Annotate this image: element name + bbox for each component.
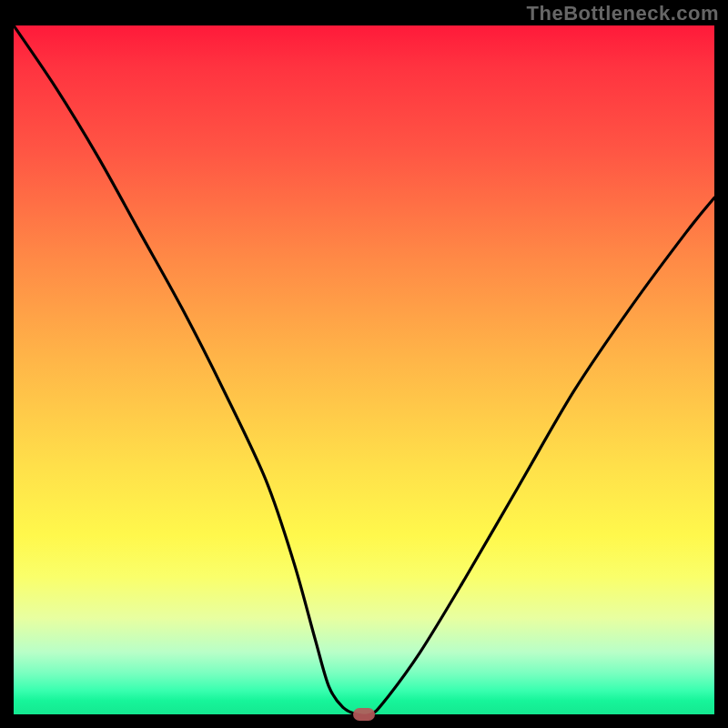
watermark-text: TheBottleneck.com xyxy=(527,2,719,25)
plot-area xyxy=(14,25,714,714)
optimal-point-marker xyxy=(353,708,375,721)
chart-container: TheBottleneck.com xyxy=(0,0,728,728)
bottleneck-curve xyxy=(14,25,714,714)
